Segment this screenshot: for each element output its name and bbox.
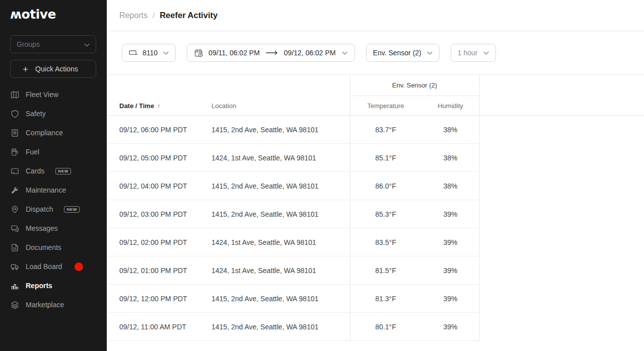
document-icon (10, 243, 19, 252)
sidebar-item-load-board[interactable]: Load Board (10, 257, 96, 276)
sidebar-item-dispatch[interactable]: DispatchNEW (10, 200, 96, 219)
sidebar-item-messages[interactable]: Messages (10, 219, 96, 238)
cell-location: 1415, 2nd Ave, Seattle, WA 98101 (211, 210, 350, 218)
cell-humidity: 38% (421, 154, 479, 162)
cell-humidity: 38% (421, 126, 479, 134)
cell-datetime: 09/12, 03:00 PM PDT (107, 210, 211, 218)
breadcrumb: Reports / Reefer Activity (107, 0, 644, 31)
cell-humidity: 39% (421, 267, 479, 275)
sensor-filter-value: Env. Sensor (2) (373, 49, 421, 57)
cell-temperature: 83.7°F (350, 126, 421, 134)
sidebar-item-marketplace[interactable]: Marketplace (10, 295, 96, 314)
cell-datetime: 09/12, 12:00 PM PDT (107, 295, 211, 303)
map-icon (10, 90, 19, 99)
chevron-down-icon (163, 51, 169, 55)
cell-temperature: 81.5°F (350, 267, 421, 275)
calendar-clock-icon (194, 49, 203, 57)
groups-dropdown-label: Groups (17, 40, 40, 48)
cell-location: 1424, 1st Ave, Seattle, WA 98101 (211, 154, 350, 162)
chevron-down-icon (342, 51, 347, 55)
table-header-row: Date / Time↑ Location Temperature Humidi… (107, 96, 644, 116)
sidebar-item-label: Messages (26, 224, 58, 232)
sidebar-item-fuel[interactable]: Fuel (10, 142, 96, 161)
new-badge: NEW (64, 206, 79, 213)
shield-icon (10, 109, 19, 118)
sidebar-item-fleet-view[interactable]: Fleet View (10, 85, 96, 104)
chevron-down-icon (84, 40, 90, 48)
breadcrumb-separator: / (153, 11, 155, 20)
cell-humidity: 39% (421, 238, 479, 246)
sidebar-item-documents[interactable]: Documents (10, 238, 96, 257)
compliance-journal-icon (10, 128, 19, 137)
cell-datetime: 09/12, 05:00 PM PDT (107, 154, 211, 162)
sidebar-item-reports[interactable]: Reports (10, 276, 96, 295)
sidebar-item-label: Compliance (26, 129, 63, 137)
reports-chart-icon (10, 281, 19, 290)
table-row: 09/12, 04:00 PM PDT1415, 2nd Ave, Seattl… (107, 172, 479, 200)
interval-value: 1 hour (458, 49, 478, 57)
new-badge: NEW (55, 168, 70, 174)
sidebar-item-label: Safety (26, 110, 46, 118)
cell-humidity: 38% (421, 182, 479, 190)
cell-location: 1415, 2nd Ave, Seattle, WA 98101 (211, 182, 350, 190)
table-row: 09/12, 12:00 PM PDT1415, 2nd Ave, Seattl… (107, 285, 479, 313)
cell-location: 1424, 1st Ave, Seattle, WA 98101 (211, 267, 350, 275)
cell-location: 1424, 1st Ave, Seattle, WA 98101 (211, 238, 350, 246)
cell-datetime: 09/12, 02:00 PM PDT (107, 238, 211, 246)
card-icon (10, 166, 19, 176)
column-header-humidity: Humidity (421, 102, 479, 110)
column-header-datetime[interactable]: Date / Time↑ (107, 102, 211, 110)
cell-datetime: 09/12, 11:00 AM PDT (107, 323, 211, 331)
sidebar-item-compliance[interactable]: Compliance (10, 123, 96, 142)
sensor-filter-dropdown[interactable]: Env. Sensor (2) (366, 44, 440, 62)
sidebar-item-label: Load Board (26, 262, 62, 271)
sidebar: ʍotive Groups + Quick Actions Fleet View… (0, 0, 107, 351)
chevron-down-icon (483, 51, 489, 55)
table-group-header-row: Env. Sensor (2) (107, 75, 644, 96)
load-board-truck-icon (10, 262, 19, 271)
page-title: Reefer Activity (160, 11, 218, 20)
sidebar-item-label: Dispatch (26, 205, 53, 213)
date-range-picker[interactable]: 09/11, 06:02 PM 09/12, 06:02 PM (187, 44, 354, 62)
table-row: 09/12, 01:00 PM PDT1424, 1st Ave, Seattl… (107, 256, 479, 285)
sidebar-item-label: Marketplace (26, 301, 64, 309)
plus-icon: + (23, 64, 28, 74)
reefer-activity-table: Env. Sensor (2) Date / Time↑ Location Te… (107, 74, 644, 341)
sidebar-item-safety[interactable]: Safety (10, 104, 96, 123)
table-row: 09/12, 02:00 PM PDT1424, 1st Ave, Seattl… (107, 228, 479, 256)
chevron-down-icon (427, 51, 433, 55)
groups-dropdown[interactable]: Groups (10, 35, 96, 53)
sidebar-nav: Fleet ViewSafetyComplianceFuelCardsNEWMa… (10, 85, 96, 314)
quick-actions-button[interactable]: + Quick Actions (10, 60, 96, 78)
trailer-icon (129, 49, 138, 57)
table-body: 09/12, 06:00 PM PDT1415, 2nd Ave, Seattl… (107, 116, 479, 341)
interval-dropdown[interactable]: 1 hour (451, 44, 496, 62)
motive-logo: ʍotive (10, 7, 96, 22)
cell-humidity: 39% (421, 295, 479, 303)
cell-location: 1415, 2nd Ave, Seattle, WA 98101 (211, 323, 350, 331)
sidebar-item-label: Maintenance (26, 186, 66, 194)
sidebar-item-maintenance[interactable]: Maintenance (10, 181, 96, 200)
arrow-right-icon (265, 50, 279, 55)
cell-temperature: 81.3°F (350, 295, 421, 303)
cell-location: 1415, 2nd Ave, Seattle, WA 98101 (211, 126, 350, 134)
vehicle-filter-dropdown[interactable]: 8110 (122, 44, 176, 62)
sort-ascending-icon: ↑ (157, 103, 160, 110)
cell-location: 1415, 2nd Ave, Seattle, WA 98101 (211, 295, 350, 303)
cell-temperature: 86.0°F (350, 182, 421, 190)
cell-datetime: 09/12, 01:00 PM PDT (107, 267, 211, 275)
table-row: 09/12, 05:00 PM PDT1424, 1st Ave, Seattl… (107, 144, 479, 172)
dispatch-pin-icon (10, 205, 19, 214)
column-header-temperature: Temperature (350, 102, 421, 110)
column-header-location: Location (211, 102, 350, 110)
cell-temperature: 85.3°F (350, 210, 421, 218)
cell-temperature: 80.1°F (350, 323, 421, 331)
breadcrumb-reports-link[interactable]: Reports (119, 11, 148, 20)
messages-icon (10, 224, 19, 233)
cell-temperature: 83.5°F (350, 238, 421, 246)
sidebar-item-label: Reports (26, 282, 52, 290)
sidebar-item-cards[interactable]: CardsNEW (10, 161, 96, 181)
cell-humidity: 39% (421, 210, 479, 218)
quick-actions-label: Quick Actions (35, 65, 78, 73)
env-sensor-group-header: Env. Sensor (2) (350, 75, 479, 96)
